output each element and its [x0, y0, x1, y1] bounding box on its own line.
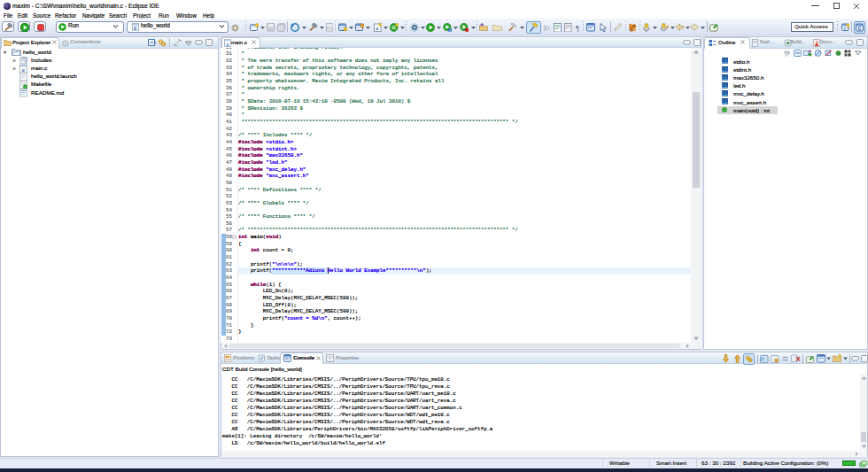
- svg-text:G: G: [391, 25, 396, 30]
- svg-text:010: 010: [326, 27, 333, 30]
- svg-text:¶: ¶: [576, 24, 579, 32]
- svg-text:c: c: [134, 25, 137, 31]
- svg-text:c: c: [226, 41, 229, 46]
- svg-text:C: C: [857, 26, 861, 31]
